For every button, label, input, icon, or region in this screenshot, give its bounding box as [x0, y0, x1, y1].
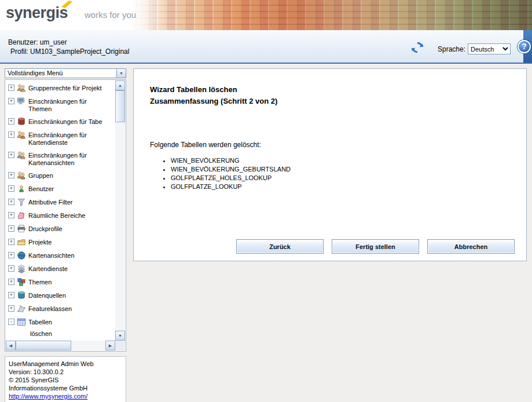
table-list-item: WIEN_BEVÖLKERUNG	[171, 156, 515, 165]
wizard-step-subtitle: Zusammenfassung (Schritt 2 von 2)	[150, 96, 515, 107]
expand-toggle-icon[interactable]: +	[8, 239, 14, 245]
feature-classes-icon	[17, 304, 26, 313]
version-label: Version: 10.300.0.2	[9, 368, 122, 376]
expand-toggle-icon[interactable]: +	[8, 118, 14, 125]
user-label: Benutzer: um_user	[8, 38, 129, 47]
back-button[interactable]: Zurück	[236, 239, 324, 254]
mapservice-restrictions-icon	[17, 130, 26, 140]
company-label: Informationssysteme GmbH	[9, 384, 122, 392]
tree-subitem[interactable]: löschen	[7, 329, 115, 339]
tree-item[interactable]: +Themen	[7, 276, 115, 288]
mapview-restrictions-icon	[17, 151, 26, 160]
tree-item-label: Attributive Filter	[28, 198, 115, 206]
tree-item-label: Datenquellen	[28, 291, 115, 299]
wizard-title: Wizard Tabellen löschen	[150, 84, 515, 96]
vertical-scrollbar[interactable]: ▲ ▼	[115, 81, 125, 341]
cancel-button[interactable]: Abbrechen	[427, 239, 515, 254]
users-icon	[17, 184, 26, 193]
expand-toggle-icon[interactable]: +	[8, 199, 14, 205]
tree-item[interactable]: +Projekte	[7, 236, 115, 248]
tree-item-label: Gruppenrechte für Projekt	[28, 83, 115, 92]
language-label: Sprache:	[438, 45, 465, 53]
tree-item[interactable]: +Einschränkungen für Kartendienste	[7, 129, 115, 148]
expand-toggle-icon[interactable]: +	[8, 252, 14, 258]
tree: +Gruppenrechte für Projekt+Einschränkung…	[6, 81, 115, 341]
tree-item[interactable]: +Kartenansichten	[7, 249, 115, 262]
tree-item[interactable]: +Datenquellen	[7, 289, 115, 302]
language-select[interactable]: Deutsch	[468, 43, 511, 54]
refresh-icon[interactable]	[411, 41, 424, 54]
tree-item[interactable]: +Kartendienste	[7, 262, 115, 275]
copyright-label: © 2015 SynerGIS	[9, 376, 122, 384]
tree-item-label: Einschränkungen für Themen	[28, 97, 97, 113]
header-bar: Benutzer: um_user Profil: UM103_SamplePr…	[0, 30, 532, 64]
finish-button[interactable]: Fertig stellen	[332, 239, 419, 254]
map-services-icon	[17, 264, 26, 273]
tree-item-label: Einschränkungen für Kartendienste	[28, 130, 97, 147]
spatial-areas-icon	[17, 211, 26, 220]
print-profiles-icon	[17, 224, 26, 233]
tree-item[interactable]: +Benutzer	[7, 182, 115, 195]
scroll-left-icon[interactable]: ◀	[6, 341, 16, 350]
tree-item[interactable]: +Druckprofile	[7, 222, 115, 235]
tree-item-label: Themen	[28, 277, 115, 286]
menu-mode-value: Vollständiges Menü	[8, 70, 63, 76]
tree-item[interactable]: +Featureklassen	[7, 302, 115, 315]
group-rights-icon	[17, 83, 26, 93]
tree-item[interactable]: +Einschränkungen für Themen	[7, 95, 115, 115]
tree-item[interactable]: +Gruppen	[7, 169, 115, 182]
tables-to-delete-list: WIEN_BEVÖLKERUNG WIEN_BEVÖLKERUNG_GEBURT…	[171, 156, 515, 191]
table-restrictions-icon	[17, 117, 26, 126]
expand-toggle-icon[interactable]: -	[8, 319, 14, 325]
tree-item[interactable]: +Einschränkungen für Tabe	[7, 115, 115, 128]
help-icon[interactable]: ?	[518, 40, 531, 53]
expand-toggle-icon[interactable]: +	[8, 85, 14, 91]
tree-item[interactable]: +Räumliche Bereiche	[7, 209, 115, 222]
user-info: Benutzer: um_user Profil: UM103_SamplePr…	[8, 38, 129, 56]
expand-toggle-icon[interactable]: +	[8, 131, 14, 138]
expand-toggle-icon[interactable]: +	[8, 292, 14, 298]
tree-item[interactable]: +Einschränkungen für Kartenansichten	[7, 149, 115, 169]
tree-item[interactable]: -Tabellen	[7, 316, 115, 328]
table-list-item: GOLFPLATZE_LOOKUP	[171, 182, 515, 191]
expand-toggle-icon[interactable]: +	[8, 98, 14, 104]
attribute-filter-icon	[17, 198, 26, 207]
expand-toggle-icon[interactable]: +	[8, 305, 14, 312]
theme-restrictions-icon	[17, 97, 26, 106]
synergis-logo: synergis	[6, 4, 68, 22]
tree-item-label: Benutzer	[28, 184, 115, 193]
expand-toggle-icon[interactable]: +	[8, 279, 14, 285]
summary-intro-text: Folgende Tabellen werden gelöscht:	[150, 141, 515, 149]
expand-toggle-icon[interactable]: +	[8, 172, 14, 178]
expand-toggle-icon[interactable]: +	[8, 185, 14, 192]
groups-icon	[17, 171, 26, 180]
tree-item-label: Kartendienste	[28, 264, 115, 273]
horizontal-scroll-thumb[interactable]	[16, 341, 71, 350]
scroll-down-icon[interactable]: ▼	[115, 331, 125, 341]
sidebar: Vollständiges Menü ▼ +Gruppenrechte für …	[5, 68, 126, 402]
themes-icon	[17, 277, 26, 287]
vertical-scroll-thumb[interactable]	[115, 90, 125, 122]
scroll-right-icon[interactable]: ▶	[105, 341, 115, 350]
tree-item-label: Projekte	[28, 237, 115, 246]
menu-mode-dropdown[interactable]: Vollständiges Menü ▼	[5, 68, 126, 78]
logo-tagline: works for you	[85, 10, 136, 20]
tree-item-label: Tabellen	[28, 317, 115, 326]
expand-toggle-icon[interactable]: +	[8, 225, 14, 232]
chevron-down-icon[interactable]: ▼	[116, 69, 126, 78]
tree-item[interactable]: +Gruppenrechte für Projekt	[7, 82, 115, 94]
app-name: UserManagement Admin Web	[9, 360, 122, 368]
tree-item-label: Einschränkungen für Kartenansichten	[28, 151, 97, 167]
navigation-tree-panel: +Gruppenrechte für Projekt+Einschränkung…	[5, 79, 126, 352]
map-banner-image	[131, 0, 532, 30]
projects-icon	[17, 237, 26, 247]
company-link[interactable]: http://www.mysynergis.com/	[9, 393, 87, 400]
horizontal-scrollbar[interactable]: ◀ ▶	[6, 341, 115, 350]
wizard-panel: Wizard Tabellen löschen Zusammenfassung …	[133, 68, 527, 261]
tree-item[interactable]: +Attributive Filter	[7, 196, 115, 209]
version-info-box: UserManagement Admin Web Version: 10.300…	[5, 356, 126, 402]
expand-toggle-icon[interactable]: +	[8, 152, 14, 158]
scroll-up-icon[interactable]: ▲	[115, 81, 125, 90]
expand-toggle-icon[interactable]: +	[8, 265, 14, 272]
expand-toggle-icon[interactable]: +	[8, 212, 14, 218]
